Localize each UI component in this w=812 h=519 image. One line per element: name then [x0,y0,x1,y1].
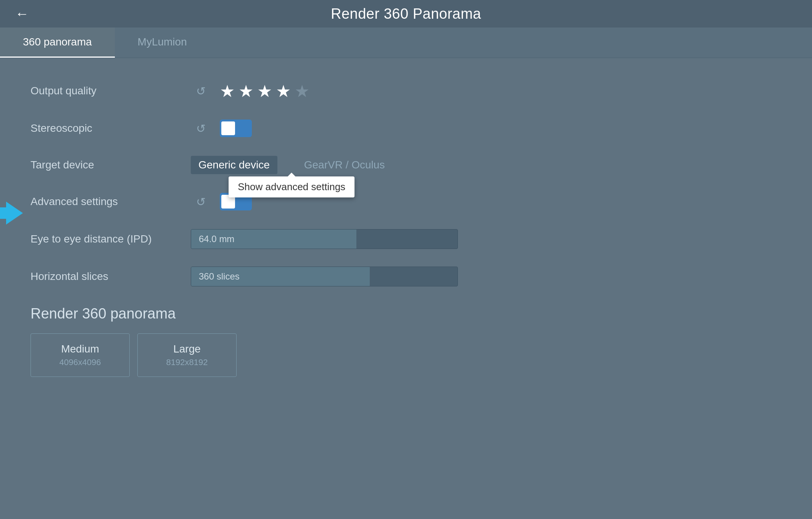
target-device-options: Generic device GearVR / Oculus Show adva… [191,156,392,174]
star-1[interactable]: ★ [220,81,235,101]
render-section: Render 360 panorama Medium 4096x4096 Lar… [31,306,781,377]
render-buttons-group: Medium 4096x4096 Large 8192x8192 [31,333,781,377]
output-quality-reset[interactable]: ↺ [191,81,211,101]
stereoscopic-toggle-knob [221,121,235,135]
render-section-title: Render 360 panorama [31,306,781,322]
tooltip-advanced-settings: Show advanced settings [229,176,354,197]
stereoscopic-toggle[interactable] [220,120,252,137]
render-medium-button[interactable]: Medium 4096x4096 [31,333,130,377]
star-4[interactable]: ★ [276,81,291,101]
advanced-settings-reset[interactable]: ↺ [191,192,211,212]
main-content: Output quality ↺ ★ ★ ★ ★ ★ Stereoscopic … [0,58,812,400]
eye-distance-slider[interactable]: 64.0 mm [191,229,458,249]
eye-distance-fill: 64.0 mm [191,230,356,249]
star-3[interactable]: ★ [257,81,272,101]
output-quality-stars[interactable]: ★ ★ ★ ★ ★ [220,81,309,101]
tab-panorama[interactable]: 360 panorama [0,27,115,58]
device-gearvr[interactable]: GearVR / Oculus [296,156,393,174]
device-generic[interactable]: Generic device [191,156,277,174]
eye-distance-value: 64.0 mm [199,234,234,244]
header: ← Render 360 Panorama [0,0,812,27]
render-large-size: 8192x8192 [157,357,217,367]
page-title: Render 360 Panorama [23,6,789,22]
advanced-settings-row: Advanced settings ↺ [31,192,781,212]
horizontal-slices-fill: 360 slices [191,267,370,286]
eye-distance-row: Eye to eye distance (IPD) 64.0 mm [31,229,781,249]
horizontal-slices-label: Horizontal slices [31,270,191,283]
horizontal-slices-row: Horizontal slices 360 slices [31,267,781,286]
target-device-label: Target device [31,159,191,171]
star-5[interactable]: ★ [295,81,309,101]
output-quality-row: Output quality ↺ ★ ★ ★ ★ ★ [31,81,781,101]
stereoscopic-label: Stereoscopic [31,122,191,134]
arrow-shape [0,202,23,225]
eye-distance-label: Eye to eye distance (IPD) [31,233,191,245]
stereoscopic-reset[interactable]: ↺ [191,118,211,138]
render-large-button[interactable]: Large 8192x8192 [137,333,237,377]
tab-mylumion[interactable]: MyLumion [115,27,210,58]
star-2[interactable]: ★ [238,81,253,101]
output-quality-label: Output quality [31,85,191,97]
target-device-row: Target device Generic device GearVR / Oc… [31,156,781,174]
render-medium-size: 4096x4096 [50,357,110,367]
advanced-settings-label: Advanced settings [31,196,191,208]
back-button[interactable]: ← [15,6,29,22]
stereoscopic-row: Stereoscopic ↺ [31,118,781,138]
render-medium-label: Medium [50,343,110,355]
back-icon: ← [15,6,29,21]
horizontal-slices-slider[interactable]: 360 slices [191,267,458,286]
tabs-bar: 360 panorama MyLumion [0,27,812,58]
device-options-group: Generic device GearVR / Oculus [191,156,392,174]
render-large-label: Large [157,343,217,355]
horizontal-slices-value: 360 slices [199,271,240,282]
